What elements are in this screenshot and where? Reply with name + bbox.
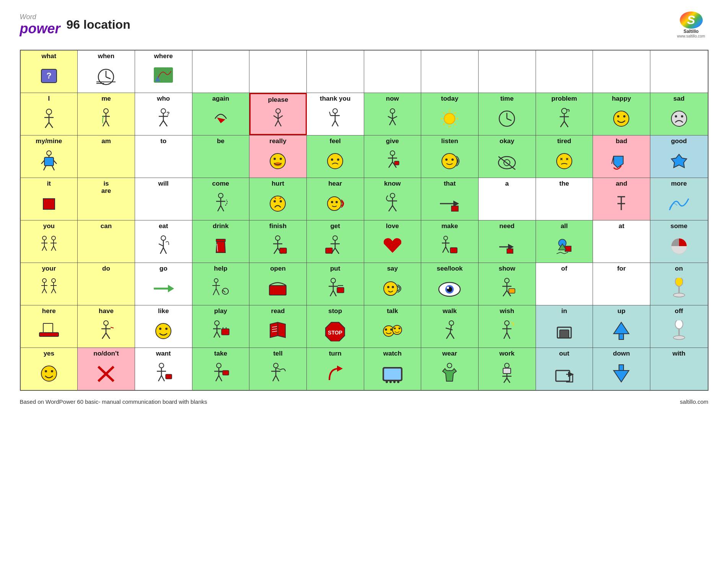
cell-please[interactable]: please bbox=[249, 93, 307, 135]
cell-today[interactable]: today bbox=[421, 93, 479, 135]
cell-time[interactable]: time bbox=[479, 93, 536, 135]
cell-happy[interactable]: happy bbox=[593, 93, 650, 135]
cell-at[interactable]: at bbox=[593, 220, 650, 263]
cell-talk[interactable]: talk bbox=[364, 305, 422, 348]
cell-open-icon bbox=[266, 274, 289, 303]
cell-your[interactable]: your bbox=[21, 263, 78, 305]
cell-in[interactable]: in bbox=[536, 305, 593, 348]
cell-off[interactable]: off bbox=[650, 305, 708, 348]
cell-up[interactable]: up bbox=[593, 305, 650, 348]
cell-eat[interactable]: eat bbox=[135, 220, 192, 263]
cell-go[interactable]: go bbox=[135, 263, 192, 305]
cell-again-label: again bbox=[212, 95, 229, 103]
cell-can[interactable]: can bbox=[78, 220, 135, 263]
cell-is-are[interactable]: is are bbox=[78, 178, 135, 220]
cell-to[interactable]: to bbox=[135, 135, 192, 178]
cell-where[interactable]: where bbox=[135, 51, 192, 93]
cell-sad[interactable]: sad bbox=[650, 93, 708, 135]
cell-wish[interactable]: wish bbox=[479, 305, 536, 348]
cell-finish[interactable]: finish bbox=[249, 220, 307, 263]
cell-thank-you[interactable]: thank you bbox=[307, 93, 364, 135]
cell-me[interactable]: me bbox=[78, 93, 135, 135]
cell-off-label: off bbox=[675, 308, 683, 315]
cell-bad[interactable]: bad bbox=[593, 135, 650, 178]
cell-some[interactable]: some bbox=[650, 220, 708, 263]
svg-point-88 bbox=[451, 158, 454, 161]
cell-come[interactable]: come bbox=[192, 178, 250, 220]
cell-my-mine[interactable]: my/mine bbox=[21, 135, 78, 178]
cell-get[interactable]: get bbox=[307, 220, 364, 263]
cell-see-look-icon bbox=[438, 274, 461, 303]
cell-take[interactable]: take bbox=[192, 348, 250, 390]
cell-see-look[interactable]: see/look bbox=[421, 263, 479, 305]
cell-feel[interactable]: feel bbox=[307, 135, 364, 178]
cell-want[interactable]: want bbox=[135, 348, 192, 390]
cell-and[interactable]: and bbox=[593, 178, 650, 220]
cell-down[interactable]: down bbox=[593, 348, 650, 390]
cell-problem[interactable]: problem bbox=[536, 93, 593, 135]
cell-who[interactable]: who ? bbox=[135, 93, 192, 135]
cell-hear[interactable]: hear bbox=[307, 178, 364, 220]
cell-with[interactable]: with bbox=[650, 348, 708, 390]
cell-read[interactable]: read bbox=[249, 305, 307, 348]
cell-on[interactable]: on bbox=[650, 263, 708, 305]
cell-good[interactable]: good bbox=[650, 135, 708, 178]
cell-again[interactable]: again bbox=[192, 93, 250, 135]
cell-what[interactable]: what ? bbox=[21, 51, 78, 93]
cell-that[interactable]: that bbox=[421, 178, 479, 220]
cell-listen[interactable]: listen bbox=[421, 135, 479, 178]
cell-when[interactable]: when bbox=[78, 51, 135, 93]
cell-out[interactable]: out bbox=[536, 348, 593, 390]
cell-the[interactable]: the bbox=[536, 178, 593, 220]
cell-more[interactable]: more bbox=[650, 178, 708, 220]
cell-do[interactable]: do bbox=[78, 263, 135, 305]
cell-like[interactable]: like bbox=[135, 305, 192, 348]
cell-know[interactable]: know bbox=[364, 178, 422, 220]
cell-a[interactable]: a bbox=[479, 178, 536, 220]
svg-point-146 bbox=[333, 236, 337, 240]
saltillo-s-icon: S bbox=[680, 11, 703, 29]
cell-wear[interactable]: wear bbox=[421, 348, 479, 390]
svg-line-69 bbox=[41, 160, 44, 164]
cell-be[interactable]: be bbox=[192, 135, 250, 178]
cell-drink[interactable]: drink bbox=[192, 220, 250, 263]
cell-okay[interactable]: okay bbox=[479, 135, 536, 178]
cell-watch[interactable]: watch bbox=[364, 348, 422, 390]
cell-am[interactable]: am bbox=[78, 135, 135, 178]
cell-you[interactable]: you bbox=[21, 220, 78, 263]
svg-line-226 bbox=[214, 332, 217, 338]
cell-really[interactable]: really bbox=[249, 135, 307, 178]
cell-now[interactable]: now bbox=[364, 93, 422, 135]
cell-put[interactable]: put bbox=[307, 263, 364, 305]
cell-work[interactable]: work bbox=[479, 348, 536, 390]
saltillo-name: Saltillo bbox=[684, 29, 699, 34]
cell-tired[interactable]: tired bbox=[536, 135, 593, 178]
cell-here[interactable]: here bbox=[21, 305, 78, 348]
cell-of[interactable]: of bbox=[536, 263, 593, 305]
cell-say[interactable]: say bbox=[364, 263, 422, 305]
cell-play[interactable]: play bbox=[192, 305, 250, 348]
cell-give[interactable]: give bbox=[364, 135, 422, 178]
cell-no-dont[interactable]: no/don't bbox=[78, 348, 135, 390]
cell-will[interactable]: will bbox=[135, 178, 192, 220]
cell-need[interactable]: need bbox=[479, 220, 536, 263]
cell-yes[interactable]: yes bbox=[21, 348, 78, 390]
cell-love[interactable]: love bbox=[364, 220, 422, 263]
cell-show[interactable]: show bbox=[479, 263, 536, 305]
cell-help[interactable]: help bbox=[192, 263, 250, 305]
cell-walk[interactable]: walk bbox=[421, 305, 479, 348]
cell-thank-you-icon bbox=[324, 104, 347, 133]
cell-tell[interactable]: tell bbox=[249, 348, 307, 390]
cell-for[interactable]: for bbox=[593, 263, 650, 305]
cell-make[interactable]: make bbox=[421, 220, 479, 263]
cell-open[interactable]: open bbox=[249, 263, 307, 305]
cell-it[interactable]: it bbox=[21, 178, 78, 220]
cell-stop[interactable]: stop STOP bbox=[307, 305, 364, 348]
cell-have[interactable]: have bbox=[78, 305, 135, 348]
svg-point-153 bbox=[444, 236, 448, 240]
cell-hurt[interactable]: hurt bbox=[249, 178, 307, 220]
cell-I[interactable]: I bbox=[21, 93, 78, 135]
svg-point-220 bbox=[156, 323, 171, 339]
cell-turn[interactable]: turn bbox=[307, 348, 364, 390]
cell-all[interactable]: all bbox=[536, 220, 593, 263]
